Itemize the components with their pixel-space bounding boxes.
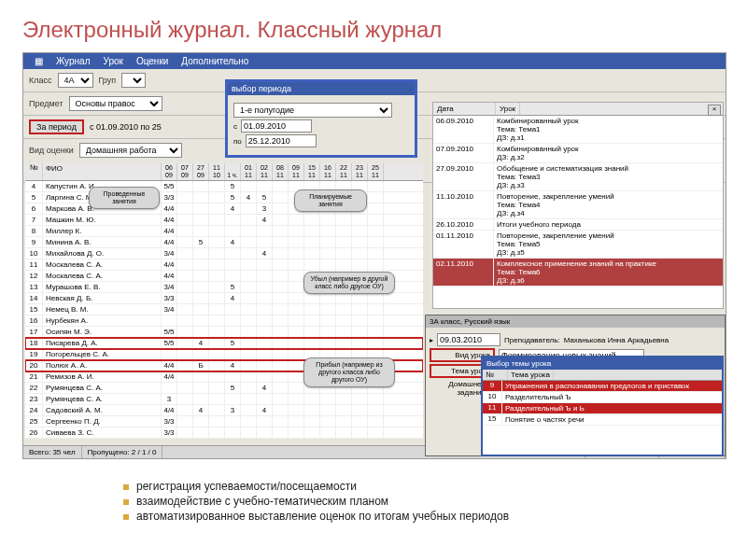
menu-extra[interactable]: Дополнительно (176, 55, 254, 67)
group-label: Груп (99, 76, 117, 85)
status-missed: Пропущено: 2 / 1 / 0 (82, 446, 163, 458)
bullet-3: автоматизированное выставление оценок по… (123, 510, 509, 523)
table-row[interactable]: 23Румянцева С. А.3 (25, 394, 423, 405)
table-row[interactable]: 15Немец В. М.3/4 (25, 304, 423, 315)
date-to[interactable] (246, 134, 317, 147)
period-dialog: выбор периода 1-е полугодие с по (225, 79, 417, 158)
date-icon: ▸ (430, 336, 433, 344)
lessons-panel: × ДатаУрок 06.09.2010Комбинированный уро… (432, 102, 724, 309)
menu-lesson[interactable]: Урок (98, 55, 129, 67)
table-row[interactable]: 8Миллер К.4/4 (25, 226, 423, 237)
table-row[interactable]: 9Минина А. В.4/454 (25, 237, 423, 248)
menu-icon: ▦ (29, 55, 49, 67)
bullet-1: регистрация успеваемости/посещаемости (123, 480, 509, 493)
grade-table-header: № ФИО 06090709270911101 ч.01110211081109… (25, 163, 423, 181)
menu-journal[interactable]: Журнал (50, 55, 96, 67)
lesson-date[interactable] (437, 333, 500, 346)
period-button[interactable]: За период (29, 119, 84, 134)
journal-window: ▦ Журнал Урок Оценки Дополнительно Класс… (22, 52, 726, 459)
lesson-form-title: 3А класс, Русский язык (426, 315, 725, 328)
teacher-label: Преподаватель: (504, 336, 560, 344)
period-select[interactable]: 1-е полугодие (233, 103, 392, 118)
table-row[interactable]: 7Машкин М. Ю.4/44 (25, 215, 423, 226)
lesson-row[interactable]: 27.09.2010Обобщение и систематизация зна… (433, 163, 723, 191)
table-row[interactable]: 24Садовский А. М.4/4434 (25, 405, 423, 416)
lesson-row[interactable]: 26.10.2010Итоги учебного периода (433, 219, 723, 231)
period-range-text: с 01.09.2010 по 25 (90, 122, 162, 132)
menubar: ▦ Журнал Урок Оценки Дополнительно (23, 53, 726, 69)
lesson-row[interactable]: 01.11.2010Повторение, закрепление умений… (433, 231, 723, 259)
subject-label: Предмет (29, 99, 63, 108)
table-row[interactable]: 17Осипян М. Э.5/5 (25, 327, 423, 338)
bullet-list: регистрация успеваемости/посещаемости вз… (86, 478, 509, 525)
table-row[interactable]: 26Сиваева З. С.3/3 (25, 427, 423, 439)
period-dialog-title: выбор периода (228, 82, 415, 95)
table-row[interactable]: 16Нурбекян А. (25, 315, 423, 327)
bullet-2: взаимодействие с учебно-тематическим пла… (123, 495, 509, 508)
class-label: Класс (29, 76, 52, 85)
topic-row[interactable]: 9Упражнения в распознавании предлогов и … (483, 381, 722, 392)
topic-row[interactable]: 10Разделительный Ъ (483, 392, 722, 403)
from-label: с (233, 122, 237, 131)
lesson-row[interactable]: 07.09.2010Комбинированный урокДЗ: д.з2 (433, 144, 723, 163)
bubble-done-lessons: Проведенные занятия (89, 187, 160, 209)
table-row[interactable]: 11Москалева С. А.4/4 (25, 259, 423, 271)
table-row[interactable]: 10Михайлова Д. О.3/44 (25, 248, 423, 259)
topic-row[interactable]: 15Понятие о частях речи (483, 414, 722, 426)
menu-grades[interactable]: Оценки (131, 55, 174, 67)
slide-title: Электронный журнал. Классный журнал (22, 17, 725, 43)
topic-dialog: Выбор темы урока №Тема урока 9Упражнения… (481, 356, 724, 456)
group-select[interactable] (121, 73, 146, 88)
teacher-name: Маханькова Инна Аркадьевна (564, 336, 669, 344)
to-label: по (233, 137, 242, 146)
close-icon[interactable]: × (708, 105, 721, 116)
subject-select[interactable]: Основы правос (69, 96, 162, 111)
lesson-row[interactable]: 11.10.2010Повторение, закрепление умений… (433, 191, 723, 219)
topic-row[interactable]: 11Разделительный Ъ и Ь (483, 403, 722, 414)
status-total: Всего: 35 чел (23, 446, 82, 458)
homework-label: Домашнее задание (430, 380, 486, 397)
lesson-row[interactable]: 02.11.2010Комплексное применение знаний … (433, 259, 723, 287)
class-select[interactable]: 4А (58, 73, 93, 88)
grade-type-select[interactable]: Домашняя работа (79, 143, 182, 158)
table-row[interactable]: 25Сергеенко П. Д.3/3 (25, 416, 423, 427)
bubble-arrived: Прибыл (например из другого класса либо … (303, 357, 395, 387)
date-from[interactable] (241, 119, 312, 133)
table-row[interactable]: 18Писарева Д. А.5/545 (25, 338, 423, 349)
lesson-row[interactable]: 06.09.2010Комбинированный урокТема: Тема… (433, 116, 723, 144)
bubble-left: Убыл (например в другой класс либо друго… (303, 272, 395, 294)
topic-dialog-title: Выбор темы урока (483, 357, 722, 370)
grade-type-label: Вид оценки (29, 146, 74, 155)
table-row[interactable]: 14Невская Д. Б.3/34 (25, 293, 423, 304)
bubble-planned-lessons: Планируемые занятия (294, 189, 367, 212)
